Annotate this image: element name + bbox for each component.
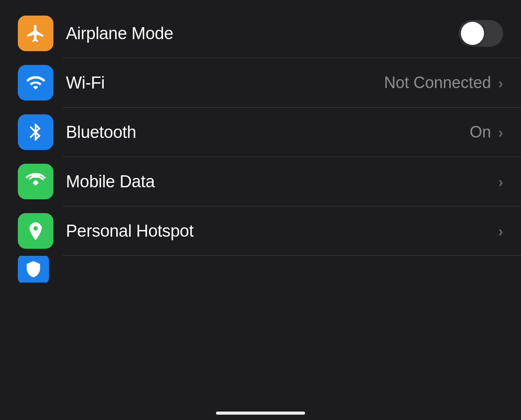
partial-row[interactable]: [0, 256, 521, 283]
bluetooth-row[interactable]: Bluetooth On ›: [0, 108, 521, 157]
airplane-mode-toggle[interactable]: [459, 20, 503, 47]
airplane-mode-label: Airplane Mode: [66, 24, 459, 43]
bluetooth-icon: [18, 114, 53, 150]
home-indicator: [216, 412, 305, 415]
vpn-icon: [18, 256, 49, 283]
bluetooth-label: Bluetooth: [66, 123, 470, 142]
bluetooth-chevron: ›: [498, 124, 503, 141]
svg-point-0: [33, 180, 38, 185]
airplane-mode-icon: [18, 16, 53, 51]
airplane-mode-row[interactable]: Airplane Mode: [0, 9, 521, 58]
toggle-knob: [461, 22, 484, 45]
personal-hotspot-row[interactable]: Personal Hotspot ›: [0, 206, 521, 255]
wifi-label: Wi-Fi: [66, 73, 384, 93]
settings-list: Airplane Mode Wi-Fi Not Connected › Blue…: [0, 0, 521, 283]
wifi-row[interactable]: Wi-Fi Not Connected ›: [0, 58, 521, 107]
mobile-data-row[interactable]: Mobile Data ›: [0, 157, 521, 206]
personal-hotspot-icon: [18, 213, 53, 249]
bluetooth-value: On: [470, 123, 491, 141]
mobile-data-chevron: ›: [498, 173, 503, 190]
personal-hotspot-label: Personal Hotspot: [66, 222, 497, 241]
personal-hotspot-chevron: ›: [498, 222, 503, 240]
wifi-value: Not Connected: [384, 73, 491, 92]
mobile-data-icon: [18, 164, 53, 199]
mobile-data-label: Mobile Data: [66, 172, 497, 191]
wifi-chevron: ›: [498, 74, 503, 92]
wifi-icon: [18, 65, 53, 101]
